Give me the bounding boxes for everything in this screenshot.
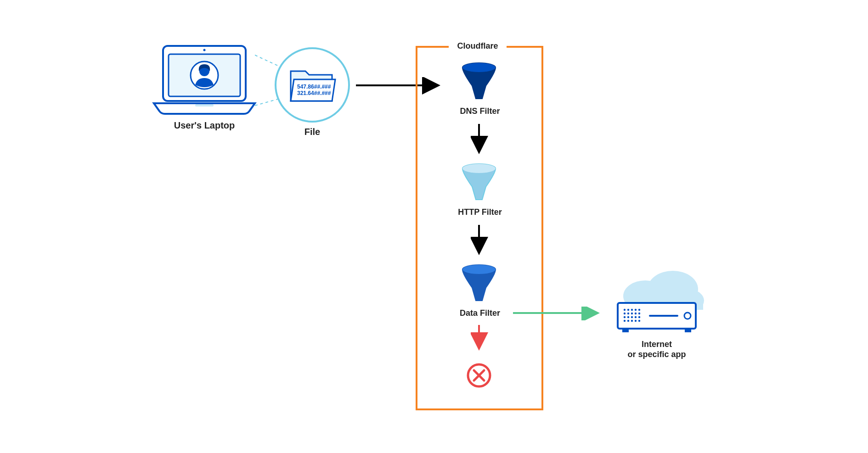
svg-point-17 — [462, 265, 496, 274]
internet-label-1: Internet — [604, 340, 710, 349]
svg-point-30 — [631, 309, 633, 311]
file-text-2: 321.64##.### — [297, 90, 331, 96]
cloudflare-box-top-left — [416, 46, 449, 48]
svg-point-33 — [624, 313, 626, 314]
svg-point-43 — [624, 320, 626, 322]
svg-point-46 — [635, 320, 637, 322]
data-funnel-icon — [461, 264, 497, 307]
dns-funnel-icon — [461, 62, 497, 105]
file-circle: 547.86##.### 321.64##.### — [273, 46, 351, 126]
svg-point-35 — [631, 313, 633, 314]
svg-point-28 — [624, 309, 626, 311]
internet-icon — [604, 257, 710, 346]
svg-point-32 — [638, 309, 640, 311]
arrow-http-data — [471, 225, 489, 262]
svg-point-14 — [462, 164, 496, 173]
svg-point-40 — [631, 316, 633, 318]
diagram-stage: User's Laptop 547.86##.### 321.64##.### … — [90, 0, 778, 413]
svg-rect-3 — [195, 104, 214, 106]
block-icon — [466, 363, 492, 390]
svg-point-38 — [624, 316, 626, 318]
svg-point-11 — [462, 63, 496, 72]
svg-point-41 — [635, 316, 637, 318]
cloudflare-label: Cloudflare — [449, 41, 507, 51]
svg-point-39 — [627, 316, 629, 318]
cloudflare-box-top-right — [507, 46, 541, 48]
svg-point-47 — [638, 320, 640, 322]
file-label: File — [273, 127, 351, 137]
file-text-1: 547.86##.### — [297, 84, 331, 90]
svg-rect-50 — [622, 329, 629, 332]
svg-point-34 — [627, 313, 629, 314]
internet-label-2: or specific app — [604, 350, 710, 359]
svg-point-29 — [627, 309, 629, 311]
svg-point-49 — [684, 313, 691, 319]
arrow-data-internet — [513, 307, 605, 320]
svg-rect-51 — [685, 329, 691, 332]
svg-point-45 — [631, 320, 633, 322]
arrow-dns-http — [471, 124, 489, 161]
laptop-label: User's Laptop — [149, 120, 259, 131]
dns-label: DNS Filter — [439, 106, 521, 116]
svg-point-2 — [203, 49, 206, 51]
svg-point-42 — [638, 316, 640, 318]
arrow-data-block — [471, 325, 489, 357]
http-label: HTTP Filter — [439, 207, 521, 217]
svg-point-31 — [635, 309, 637, 311]
svg-point-37 — [638, 313, 640, 314]
http-funnel-icon — [461, 163, 497, 206]
data-label: Data Filter — [439, 308, 521, 318]
svg-point-36 — [635, 313, 637, 314]
svg-point-44 — [627, 320, 629, 322]
laptop-icon — [149, 41, 259, 117]
